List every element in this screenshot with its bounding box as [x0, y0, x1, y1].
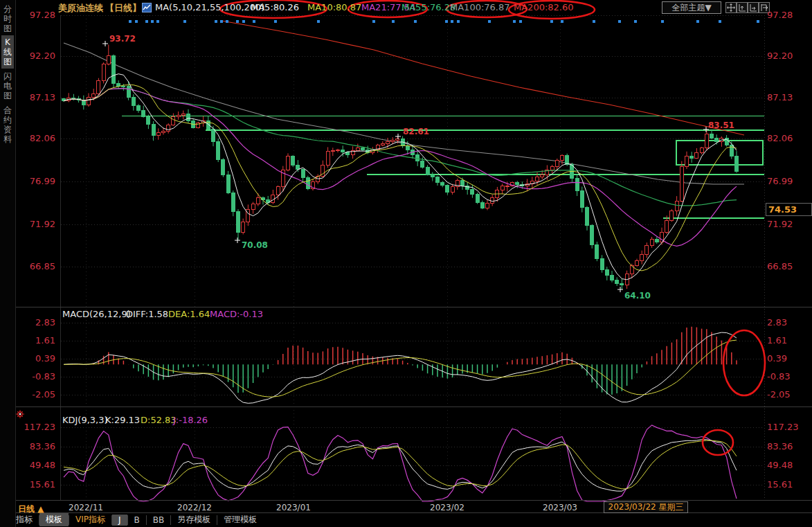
kdj-axis-label-right: 49.48 [767, 460, 793, 470]
price-axis-label-left: 71.92 [14, 219, 55, 229]
price-axis-label-right: 92.20 [767, 51, 793, 61]
kdj-axis-label-right: 15.61 [767, 479, 793, 490]
ma-value-label: MA55:76.28 [402, 2, 455, 12]
theme-selector-button[interactable]: 全部主题▼ [662, 1, 721, 14]
macd-title: MACD(26,12,9) [62, 309, 131, 319]
toolbar-tab-6[interactable]: BB [147, 515, 170, 526]
extreme-price-label: 93.72 [109, 34, 136, 44]
kdj-k-value: K:29.13 [105, 415, 140, 425]
pan-tool-icon[interactable] [725, 2, 737, 13]
extreme-price-label: 82.61 [403, 127, 429, 136]
macd-axis-label-right: -0.83 [767, 371, 791, 382]
panel-separator [0, 307, 812, 307]
panel-separator [0, 500, 812, 501]
instrument-title: 美原油连续 [58, 2, 103, 15]
date-tick-label: 2023/02 [416, 503, 478, 512]
macd-axis-label-left: 2.83 [14, 317, 55, 328]
macd-axis-label-left: 0.39 [14, 353, 55, 364]
macd-axis-label-left: 1.61 [14, 335, 55, 346]
date-tick-label: 2023/01 [262, 503, 325, 512]
price-axis-label-left: 92.20 [14, 51, 55, 61]
price-axis-label-left: 87.13 [14, 92, 55, 102]
extreme-price-label: 64.10 [624, 291, 651, 301]
last-price-tag: 74.53 [766, 203, 812, 216]
price-axis-label-right: 87.13 [767, 92, 793, 102]
sidebar-tab-4[interactable]: 合约资料 [1, 103, 14, 146]
date-tick-label: 2022/11 [55, 503, 117, 512]
macd-value: MACD:-0.13 [210, 309, 263, 319]
macd-diff-value: DIFF:1.58 [126, 309, 168, 319]
ma-value-label: MA5:80.26 [251, 2, 299, 12]
toolbar-tab-3[interactable]: VIP指标 [69, 513, 111, 526]
kdj-axis-label-left: 49.48 [14, 460, 55, 470]
price-axis-label-right: 76.99 [767, 176, 793, 186]
macd-axis-label-right: 0.39 [767, 353, 787, 364]
toolbar-tab-7[interactable]: 另存模板 [171, 513, 217, 526]
period-tag: 【日线】 [105, 2, 141, 15]
kdj-axis-label-right: 83.36 [767, 441, 793, 452]
date-tick-label: 2022/12 [163, 503, 226, 512]
fit-horizontal-icon[interactable] [748, 2, 759, 13]
sidebar-tab-3[interactable]: 闪电图 [1, 69, 14, 102]
chart-type-icon[interactable] [142, 3, 152, 15]
macd-dea-value: DEA:1.64 [168, 309, 210, 319]
price-axis-label-left: 76.99 [14, 176, 55, 186]
macd-axis-label-left: -2.05 [14, 389, 55, 400]
price-axis-label-right: 71.92 [767, 219, 793, 229]
ma-value-label: MA200:82.60 [514, 2, 574, 12]
toolbar-tab-4[interactable]: J [112, 515, 127, 526]
toolbar-tab-2[interactable]: 模板 [39, 513, 69, 526]
price-axis-label-left: 97.28 [14, 10, 55, 20]
kdj-d-value: D:52.83 [141, 415, 177, 425]
toolbar-tab-1[interactable]: 指标 [10, 513, 39, 526]
toolbar-tab-5[interactable]: B [128, 515, 146, 526]
kdj-title: KDJ(9,3,3) [62, 415, 108, 425]
macd-axis-label-left: -0.83 [14, 371, 55, 382]
ma-value-label: MA10:80.87 [307, 2, 361, 12]
kdj-axis-label-right: 117.23 [767, 422, 799, 432]
macd-axis-label-right: -2.05 [767, 389, 791, 400]
kline-chart-canvas[interactable] [0, 0, 812, 527]
kdj-axis-label-left: 15.61 [14, 479, 55, 490]
kdj-axis-label-left: 117.23 [14, 422, 55, 432]
date-highlight: 2023/03/22 星期三 [604, 501, 688, 513]
ma-config: MA(5,10,21,55,100,200) [155, 2, 264, 12]
price-axis-label-left: 66.85 [14, 261, 55, 271]
panel-separator [0, 407, 812, 407]
bottom-toolbar: 指标模板VIP指标JBBB另存模板管理模板 [10, 513, 263, 526]
price-axis-label-left: 82.06 [14, 133, 55, 143]
kdj-j-value: J:-18.26 [173, 415, 208, 425]
date-tick-label: 2023/03 [529, 503, 591, 512]
macd-axis-label-right: 1.61 [767, 335, 787, 346]
sidebar-tab-2[interactable]: K线图 [1, 35, 14, 69]
macd-axis-label-right: 2.83 [767, 317, 787, 328]
chart-header: 美原油连续 【日线】 MA(5,10,21,55,100,200) MA5:80… [0, 0, 812, 15]
fit-vertical-icon[interactable] [737, 2, 748, 13]
price-axis-label-right: 82.06 [767, 133, 793, 143]
extreme-price-label: 70.08 [242, 240, 268, 250]
extreme-price-label: 83.51 [708, 120, 734, 130]
price-axis-label-right: 66.85 [767, 261, 793, 271]
ma-value-label: MA100:76.87 [450, 2, 510, 12]
kdj-axis-label-left: 83.36 [14, 441, 55, 452]
toolbar-tab-8[interactable]: 管理模板 [217, 513, 263, 526]
price-axis-label-right: 97.28 [767, 10, 793, 20]
alert-icon[interactable] [15, 409, 25, 421]
